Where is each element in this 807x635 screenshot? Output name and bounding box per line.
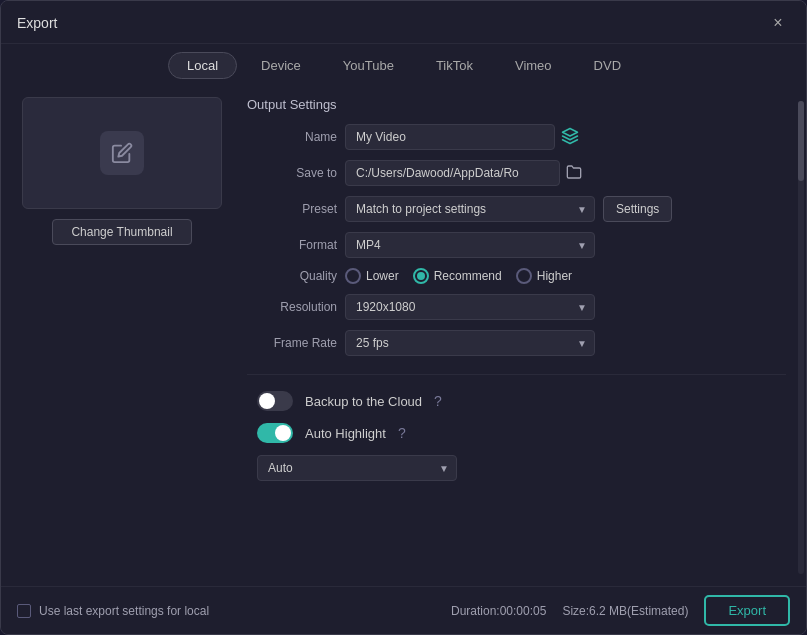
quality-recommend[interactable]: Recommend [413, 268, 502, 284]
save-to-label: Save to [247, 166, 337, 180]
quality-radio-group: Lower Recommend Higher [345, 268, 572, 284]
quality-label: Quality [247, 269, 337, 283]
divider [247, 374, 786, 375]
frame-rate-select-wrapper: 25 fps ▼ [345, 330, 595, 356]
tab-dvd[interactable]: DVD [576, 53, 639, 78]
backup-help-icon[interactable]: ? [434, 393, 442, 409]
auto-highlight-toggle[interactable] [257, 423, 293, 443]
quality-higher[interactable]: Higher [516, 268, 572, 284]
ai-icon[interactable] [561, 127, 579, 148]
edit-icon [100, 131, 144, 175]
format-select-wrapper: MP4 ▼ [345, 232, 595, 258]
resolution-select[interactable]: 1920x1080 [345, 294, 595, 320]
backup-toggle-knob [259, 393, 275, 409]
quality-higher-label: Higher [537, 269, 572, 283]
folder-icon[interactable] [566, 164, 582, 183]
save-to-input[interactable] [345, 160, 560, 186]
quality-recommend-radio[interactable] [413, 268, 429, 284]
quality-recommend-label: Recommend [434, 269, 502, 283]
tab-local[interactable]: Local [168, 52, 237, 79]
format-row: Format MP4 ▼ [247, 232, 786, 258]
resolution-select-wrapper: 1920x1080 ▼ [345, 294, 595, 320]
toggle-section: Backup to the Cloud ? Auto Highlight ? A… [247, 387, 786, 491]
footer-right: Duration:00:00:05 Size:6.2 MB(Estimated)… [451, 595, 790, 626]
tab-tiktok[interactable]: TikTok [418, 53, 491, 78]
quality-higher-radio[interactable] [516, 268, 532, 284]
name-label: Name [247, 130, 337, 144]
frame-rate-label: Frame Rate [247, 336, 337, 350]
backup-toggle[interactable] [257, 391, 293, 411]
size-info: Size:6.2 MB(Estimated) [562, 604, 688, 618]
tab-device[interactable]: Device [243, 53, 319, 78]
tab-bar: Local Device YouTube TikTok Vimeo DVD [1, 44, 806, 87]
left-panel: Change Thumbnail [17, 97, 227, 576]
save-to-row: Save to [247, 160, 786, 186]
preset-select-wrapper: Match to project settings ▼ [345, 196, 595, 222]
footer-left: Use last export settings for local [17, 604, 209, 618]
quality-lower-radio[interactable] [345, 268, 361, 284]
change-thumbnail-button[interactable]: Change Thumbnail [52, 219, 191, 245]
auto-highlight-toggle-knob [275, 425, 291, 441]
preset-row: Preset Match to project settings ▼ Setti… [247, 196, 786, 222]
auto-row: Auto ▼ [247, 455, 786, 481]
thumbnail-preview [22, 97, 222, 209]
preset-select[interactable]: Match to project settings [345, 196, 595, 222]
settings-button[interactable]: Settings [603, 196, 672, 222]
auto-highlight-row: Auto Highlight ? [247, 423, 786, 443]
backup-label: Backup to the Cloud [305, 394, 422, 409]
format-select[interactable]: MP4 [345, 232, 595, 258]
last-settings-checkbox[interactable] [17, 604, 31, 618]
export-dialog: Export × Local Device YouTube TikTok Vim… [0, 0, 807, 635]
scrollbar-thumb [798, 101, 804, 181]
last-settings-label: Use last export settings for local [39, 604, 209, 618]
quality-recommend-inner [417, 272, 425, 280]
close-button[interactable]: × [766, 11, 790, 35]
tab-youtube[interactable]: YouTube [325, 53, 412, 78]
auto-select[interactable]: Auto [257, 455, 457, 481]
backup-row: Backup to the Cloud ? [247, 391, 786, 411]
resolution-row: Resolution 1920x1080 ▼ [247, 294, 786, 320]
main-content: Change Thumbnail Output Settings Name [1, 87, 806, 586]
duration-info: Duration:00:00:05 [451, 604, 546, 618]
right-panel: Output Settings Name Save [247, 97, 790, 576]
name-input[interactable] [345, 124, 555, 150]
quality-lower[interactable]: Lower [345, 268, 399, 284]
export-button[interactable]: Export [704, 595, 790, 626]
scrollbar[interactable] [798, 101, 804, 574]
quality-row: Quality Lower Recommend Higher [247, 268, 786, 284]
auto-highlight-label: Auto Highlight [305, 426, 386, 441]
resolution-label: Resolution [247, 300, 337, 314]
auto-highlight-help-icon[interactable]: ? [398, 425, 406, 441]
frame-rate-select[interactable]: 25 fps [345, 330, 595, 356]
frame-rate-row: Frame Rate 25 fps ▼ [247, 330, 786, 356]
preset-label: Preset [247, 202, 337, 216]
section-title: Output Settings [247, 97, 786, 112]
tab-vimeo[interactable]: Vimeo [497, 53, 570, 78]
quality-lower-label: Lower [366, 269, 399, 283]
name-row: Name [247, 124, 786, 150]
dialog-title: Export [17, 15, 57, 31]
footer: Use last export settings for local Durat… [1, 586, 806, 634]
title-bar: Export × [1, 1, 806, 44]
format-label: Format [247, 238, 337, 252]
name-field-wrapper [345, 124, 605, 150]
save-to-wrapper [345, 160, 605, 186]
auto-select-wrapper: Auto ▼ [257, 455, 457, 481]
